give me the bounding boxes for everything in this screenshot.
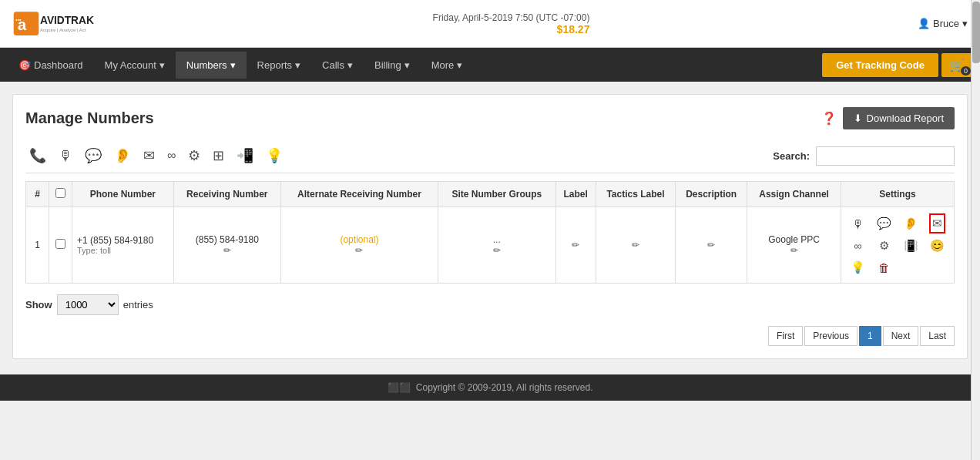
entries-label: entries <box>123 299 153 311</box>
dashboard-icon: 🎯 <box>18 59 31 71</box>
settings-bulb-icon[interactable]: 💡 <box>848 258 868 277</box>
description-edit-icon[interactable]: ✏ <box>707 240 715 250</box>
phone-type: Type: toll <box>77 246 169 255</box>
toolbar-phone2-icon[interactable]: 📲 <box>233 145 257 166</box>
show-entries-select[interactable]: 10 25 50 100 250 500 1000 <box>57 294 119 315</box>
scrollbar-track[interactable] <box>971 0 980 401</box>
toolbar-grid-icon[interactable]: ⊞ <box>209 145 228 166</box>
toolbar-email-icon[interactable]: ✉ <box>139 145 159 166</box>
toolbar-mic-icon[interactable]: 🎙 <box>55 146 76 166</box>
nav-bar: 🎯 Dashboard My Account ▾ Numbers ▾ Repor… <box>0 48 980 82</box>
receiving-edit-icon[interactable]: ✏ <box>223 245 231 256</box>
nav-numbers[interactable]: Numbers ▾ <box>176 52 247 79</box>
toolbar-phone-icon[interactable]: 📞 <box>25 145 50 166</box>
row-label: ✏ <box>555 207 596 284</box>
download-report-button[interactable]: ⬇ Download Report <box>843 107 955 129</box>
col-tactics-label: Tactics Label <box>596 182 676 207</box>
manage-header: Manage Numbers ❓ ⬇ Download Report <box>25 107 955 129</box>
top-right-info: Friday, April-5-2019 7:50 (UTC -07:00) $… <box>433 12 590 35</box>
receiving-number-value: (855) 584-9180 <box>179 234 276 245</box>
nav-my-account[interactable]: My Account ▾ <box>94 52 176 79</box>
row-checkbox-cell <box>49 207 72 284</box>
row-checkbox[interactable] <box>55 239 65 249</box>
row-num: 1 <box>26 207 49 284</box>
svg-text:•••: ••• <box>15 17 22 22</box>
balance: $18.27 <box>433 23 590 35</box>
toolbar-link-icon[interactable]: ∞ <box>163 146 180 165</box>
header-right: ❓ ⬇ Download Report <box>821 107 955 129</box>
chevron-reports-icon: ▾ <box>295 59 300 71</box>
svg-text:AVIDTRAK: AVIDTRAK <box>40 14 94 25</box>
col-checkbox <box>49 182 72 207</box>
user-icon: 👤 <box>918 18 930 29</box>
col-alt-receiving: Alternate Receiving Number <box>280 182 438 207</box>
scrollbar-thumb[interactable] <box>972 2 980 63</box>
table-row: 1 +1 (855) 584-9180 Type: toll (855) 584… <box>26 207 955 284</box>
chevron-more-icon: ▾ <box>457 59 462 71</box>
alt-receiving-optional[interactable]: (optional) <box>286 234 433 245</box>
col-settings: Settings <box>841 182 955 207</box>
toolbar-bulb-icon[interactable]: 💡 <box>262 145 287 166</box>
main-content: Manage Numbers ❓ ⬇ Download Report 📞 🎙 💬… <box>12 94 968 359</box>
pagination-last[interactable]: Last <box>920 326 955 346</box>
settings-chat-icon[interactable]: 💬 <box>874 214 894 233</box>
nav-dashboard[interactable]: 🎯 Dashboard <box>8 52 94 79</box>
username: Bruce <box>933 18 959 29</box>
footer: ⬛⬛ Copyright © 2009-2019, All rights res… <box>0 374 980 401</box>
site-groups-value: ... <box>443 234 550 245</box>
col-num: # <box>26 182 49 207</box>
col-description: Description <box>676 182 747 207</box>
alt-receiving-edit-icon[interactable]: ✏ <box>355 245 363 256</box>
settings-mic-icon[interactable]: 🎙 <box>850 215 866 233</box>
settings-face-icon[interactable]: 😊 <box>928 237 947 255</box>
settings-phoneid-icon[interactable]: 📳 <box>901 237 921 255</box>
nav-billing[interactable]: Billing ▾ <box>364 52 421 79</box>
toolbar-ear-icon[interactable]: 👂 <box>110 145 135 166</box>
toolbar-right: Search: <box>773 146 955 166</box>
pagination-first[interactable]: First <box>768 326 803 346</box>
settings-trash-icon[interactable]: 🗑 <box>876 259 892 277</box>
settings-cog-icon[interactable]: ⚙ <box>877 237 891 255</box>
toolbar-gear-icon[interactable]: ⚙ <box>184 145 204 166</box>
channel-edit-icon[interactable]: ✏ <box>790 245 798 256</box>
search-label: Search: <box>773 150 810 162</box>
datetime: Friday, April-5-2019 7:50 (UTC -07:00) <box>433 12 590 23</box>
settings-email-icon[interactable]: ✉ <box>929 213 945 233</box>
nav-calls[interactable]: Calls ▾ <box>311 52 364 79</box>
settings-ear-icon[interactable]: 👂 <box>901 214 921 233</box>
row-site-groups: ... ✏ <box>438 207 555 284</box>
nav-more[interactable]: More ▾ <box>421 52 474 79</box>
numbers-table: # Phone Number Receiving Number Alternat… <box>25 181 955 284</box>
search-input[interactable] <box>816 146 955 166</box>
site-edit-icon[interactable]: ✏ <box>493 245 501 256</box>
pagination-next[interactable]: Next <box>883 326 919 346</box>
row-receiving: (855) 584-9180 ✏ <box>173 207 280 284</box>
tactics-edit-icon[interactable]: ✏ <box>632 240 639 250</box>
chevron-billing-icon: ▾ <box>404 59 410 71</box>
row-description: ✏ <box>676 207 747 284</box>
col-assign-channel: Assign Channel <box>747 182 841 207</box>
settings-icons-grid: 🎙 💬 👂 ✉ ∞ ⚙ 📳 😊 💡 🗑 <box>846 213 949 277</box>
show-label: Show <box>25 299 52 311</box>
settings-link-icon[interactable]: ∞ <box>851 237 864 254</box>
user-menu[interactable]: 👤 Bruce ▾ <box>918 18 968 29</box>
row-alt-receiving: (optional) ✏ <box>280 207 438 284</box>
toolbar: 📞 🎙 💬 👂 ✉ ∞ ⚙ ⊞ 📲 💡 Search: <box>25 139 955 173</box>
row-assign-channel: Google PPC ✏ <box>747 207 841 284</box>
col-phone-number: Phone Number <box>72 182 174 207</box>
get-tracking-button[interactable]: Get Tracking Code <box>822 53 938 77</box>
label-edit-icon[interactable]: ✏ <box>572 240 579 250</box>
pagination-current[interactable]: 1 <box>859 326 881 346</box>
pagination-previous[interactable]: Previous <box>804 326 858 346</box>
row-phone: +1 (855) 584-9180 Type: toll <box>72 207 174 284</box>
cart-icon[interactable]: 🛒 0 <box>941 53 972 77</box>
toolbar-chat-icon[interactable]: 💬 <box>81 145 106 166</box>
footer-dots: ⬛⬛ <box>388 382 411 393</box>
col-site-groups: Site Number Groups <box>438 182 555 207</box>
nav-reports[interactable]: Reports ▾ <box>247 52 312 79</box>
select-all-checkbox[interactable] <box>55 188 65 198</box>
channel-value: Google PPC <box>752 234 836 245</box>
page-title: Manage Numbers <box>25 109 154 127</box>
help-icon[interactable]: ❓ <box>821 111 837 126</box>
row-settings-cell: 🎙 💬 👂 ✉ ∞ ⚙ 📳 😊 💡 🗑 <box>841 207 955 284</box>
